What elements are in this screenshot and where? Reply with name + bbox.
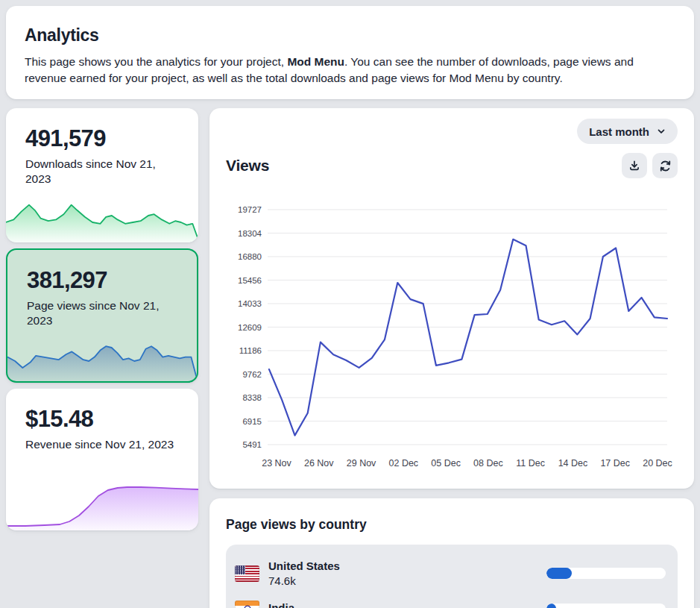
views-chart-title: Views — [226, 157, 269, 175]
svg-text:23 Nov: 23 Nov — [262, 458, 291, 468]
svg-text:14 Dec: 14 Dec — [558, 458, 588, 468]
range-selector-label: Last month — [589, 125, 649, 138]
country-name: India — [268, 601, 294, 608]
page-description-before: This page shows you the analytics for yo… — [25, 55, 287, 68]
svg-text:18304: 18304 — [238, 229, 262, 238]
svg-text:11 Dec: 11 Dec — [516, 458, 545, 468]
downloads-label: Downloads since Nov 21, 2023 — [25, 157, 179, 186]
project-name: Mod Menu — [287, 55, 344, 68]
svg-text:19727: 19727 — [238, 205, 262, 214]
svg-text:12609: 12609 — [238, 323, 262, 332]
svg-text:14033: 14033 — [238, 299, 262, 308]
country-progress-fill — [546, 568, 572, 579]
stat-card-page-views[interactable]: 381,297 Page views since Nov 21, 2023 — [6, 248, 198, 383]
stat-card-revenue[interactable]: $15.48 Revenue since Nov 21, 2023 — [6, 389, 198, 530]
chevron-down-icon — [657, 127, 666, 136]
svg-text:16880: 16880 — [238, 252, 262, 261]
svg-text:05 Dec: 05 Dec — [431, 458, 461, 468]
revenue-label: Revenue since Nov 21, 2023 — [25, 437, 179, 452]
downloads-sparkline — [6, 189, 198, 242]
views-panel: Last month Views — [209, 108, 694, 489]
country-info: India — [268, 601, 294, 608]
downloads-value: 491,579 — [25, 125, 198, 152]
svg-text:29 Nov: 29 Nov — [347, 458, 376, 468]
download-chart-button[interactable] — [622, 153, 647, 178]
svg-text:9762: 9762 — [242, 370, 262, 379]
country-name: United States — [268, 560, 340, 572]
country-panel: Page views by country United States 74.6… — [209, 498, 694, 608]
svg-text:02 Dec: 02 Dec — [389, 458, 419, 468]
svg-text:17 Dec: 17 Dec — [600, 458, 630, 468]
svg-text:6915: 6915 — [242, 417, 262, 426]
svg-text:5491: 5491 — [242, 440, 262, 449]
stat-card-downloads[interactable]: 491,579 Downloads since Nov 21, 2023 — [6, 108, 198, 242]
download-icon — [628, 160, 640, 172]
refresh-chart-button[interactable] — [652, 153, 678, 178]
svg-text:26 Nov: 26 Nov — [304, 458, 334, 468]
page-views-sparkline — [7, 327, 197, 381]
page-header: Analytics This page shows you the analyt… — [6, 6, 694, 99]
country-list: United States 74.6k India — [226, 545, 678, 608]
country-info: United States 74.6k — [268, 560, 340, 587]
india-flag-icon — [235, 601, 259, 608]
refresh-icon — [659, 160, 672, 172]
page-title: Analytics — [25, 25, 675, 46]
range-selector-row: Last month — [226, 119, 678, 144]
country-progress-bar — [546, 568, 666, 579]
page-views-value: 381,297 — [27, 267, 197, 294]
svg-text:20 Dec: 20 Dec — [643, 458, 672, 468]
page-views-label: Page views since Nov 21, 2023 — [27, 298, 177, 327]
svg-text:08 Dec: 08 Dec — [473, 458, 503, 468]
range-selector-button[interactable]: Last month — [577, 119, 678, 144]
svg-text:11186: 11186 — [239, 346, 262, 355]
country-panel-title: Page views by country — [226, 517, 678, 533]
country-progress-bar — [546, 604, 666, 608]
revenue-value: $15.48 — [25, 406, 198, 433]
us-flag-icon — [235, 565, 259, 582]
page-description: This page shows you the analytics for yo… — [25, 54, 675, 87]
chart-action-buttons — [622, 153, 678, 178]
svg-text:15456: 15456 — [238, 276, 262, 285]
views-line-chart: 1972718304168801545614033126091118697628… — [226, 187, 675, 472]
views-title-row: Views — [226, 153, 678, 178]
country-row-india: India — [235, 595, 669, 608]
country-value: 74.6k — [268, 574, 340, 587]
country-progress-fill — [546, 604, 556, 608]
analytics-page: { "header": { "title": "Analytics", "des… — [0, 0, 700, 608]
svg-text:8338: 8338 — [242, 393, 262, 402]
country-row-united-states: United States 74.6k — [235, 554, 669, 595]
revenue-sparkline — [6, 471, 198, 530]
